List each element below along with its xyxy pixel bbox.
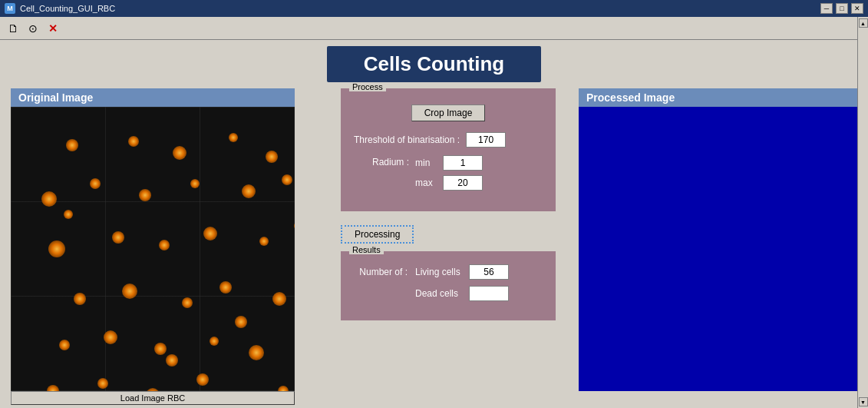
radium-max-label: max: [415, 177, 438, 188]
results-group-label: Results: [349, 245, 384, 254]
radius-inputs: min max: [415, 155, 483, 191]
processing-button[interactable]: Processing: [341, 225, 414, 244]
living-cells-input[interactable]: [469, 264, 509, 280]
crop-image-button[interactable]: Crop Image: [411, 104, 486, 121]
scroll-up-arrow[interactable]: ▲: [859, 18, 868, 28]
grid-overlay: [11, 107, 295, 391]
title-bar-controls[interactable]: ─ □ ✕: [820, 3, 863, 14]
radium-min-input[interactable]: [443, 155, 483, 171]
number-of-label: Number of :: [354, 267, 415, 277]
dead-cells-row: Dead cells: [354, 286, 543, 301]
living-cells-label: Living cells: [415, 267, 469, 277]
living-cells-row: Number of : Living cells: [354, 264, 543, 280]
page-title: Cells Counting: [327, 46, 541, 82]
radius-max-row: max: [415, 175, 483, 191]
processed-image-panel: Processed Image: [579, 88, 863, 391]
microscope-background: [11, 107, 295, 391]
threshold-row: Threshold of binarisation :: [354, 132, 543, 148]
original-image-label: Original Image: [11, 88, 295, 107]
radius-min-row: min: [415, 155, 483, 171]
window-title: Cell_Counting_GUI_RBC: [20, 4, 115, 13]
center-panel: Process Crop Image Threshold of binarisa…: [341, 88, 556, 320]
radium-max-input[interactable]: [443, 175, 483, 191]
minimize-button[interactable]: ─: [820, 3, 833, 14]
process-group: Process Crop Image Threshold of binarisa…: [341, 88, 556, 211]
toolbar: 🗋 ⊙ ✕: [0, 17, 868, 40]
results-group: Results Number of : Living cells Dead ce…: [341, 251, 556, 320]
processed-image-label: Processed Image: [579, 88, 863, 107]
close-icon[interactable]: ✕: [45, 20, 61, 37]
radium-label: Radium :: [354, 155, 415, 168]
threshold-input[interactable]: [466, 132, 506, 148]
processed-image-box: [579, 107, 863, 391]
process-group-label: Process: [349, 82, 386, 91]
dead-cells-input[interactable]: [469, 286, 509, 301]
settings-icon[interactable]: ⊙: [25, 20, 41, 37]
scrollbar[interactable]: ▲ ▼: [857, 17, 868, 408]
new-icon[interactable]: 🗋: [5, 20, 21, 37]
radium-min-label: min: [415, 158, 438, 168]
original-image-box: [11, 107, 295, 391]
threshold-label: Threshold of binarisation :: [354, 134, 466, 145]
title-bar-left: M Cell_Counting_GUI_RBC: [5, 3, 115, 14]
load-image-button[interactable]: Load Image RBC: [11, 391, 295, 405]
radium-group: Radium : min max: [354, 155, 543, 191]
dead-cells-label: Dead cells: [415, 288, 469, 299]
title-bar: M Cell_Counting_GUI_RBC ─ □ ✕: [0, 0, 868, 17]
close-button[interactable]: ✕: [851, 3, 863, 14]
original-image-panel: Original Image Load Image RBC: [11, 88, 295, 405]
app-icon: M: [5, 3, 15, 14]
maximize-button[interactable]: □: [836, 3, 848, 14]
scroll-down-arrow[interactable]: ▼: [859, 397, 868, 406]
